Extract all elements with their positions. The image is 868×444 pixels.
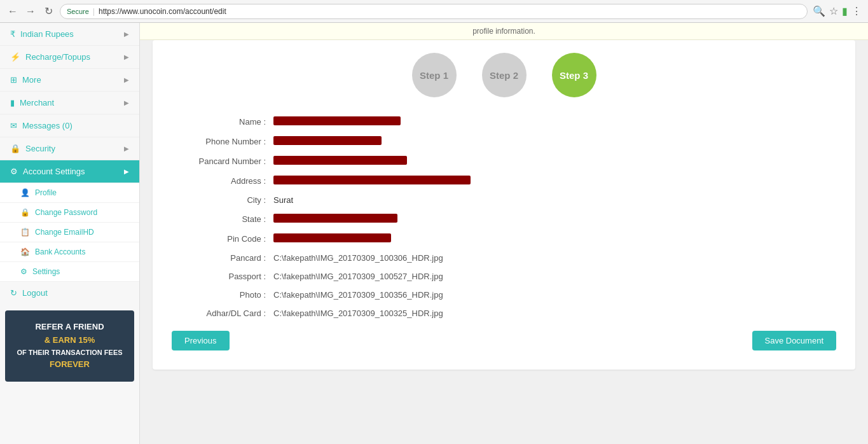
sidebar-item-more[interactable]: ⊞ More ▶ [0,69,139,92]
label-adhar: Adhar/DL Card : [172,309,273,318]
form-row-photo: Photo : C:\fakepath\IMG_20170309_100356_… [172,290,836,300]
value-pancard: C:\fakepath\IMG_20170309_100306_HDR.jpg [273,253,836,263]
value-photo: C:\fakepath\IMG_20170309_100356_HDR.jpg [273,290,836,300]
step-1-label: Step 1 [420,70,448,81]
referral-line2: & EARN 15% [15,334,124,347]
forward-button[interactable]: → [24,5,37,18]
form-row-pancard-number: Pancard Number : [172,156,836,167]
value-adhar: C:\fakepath\IMG_20170309_100325_HDR.jpg [273,309,836,318]
label-pincode: Pin Code : [172,234,273,244]
url-text: https://www.unocoin.com/account/edit [99,7,226,16]
label-passport: Passport : [172,272,273,281]
main-layout: ₹ Indian Rupees ▶ ⚡ Recharge/Topups ▶ ⊞ … [0,23,868,444]
main-content: profile information. Step 1 Step 2 Step … [140,23,868,444]
sidebar-item-recharge-topups[interactable]: ⚡ Recharge/Topups ▶ [0,46,139,69]
label-pancard: Pancard : [172,253,273,263]
value-passport: C:\fakepath\IMG_20170309_100527_HDR.jpg [273,272,836,281]
form-row-state: State : [172,214,836,225]
step-3: Step 3 [552,53,596,97]
value-pincode [273,233,836,244]
label-address: Address : [172,176,273,186]
back-button[interactable]: ← [6,5,19,18]
form-row-passport: Passport : C:\fakepath\IMG_20170309_1005… [172,272,836,281]
lock-icon: 🔒 [10,144,20,153]
account-settings-submenu: 👤 Profile 🔒 Change Password 📋 Change Ema… [0,183,139,282]
sidebar-label-messages: Messages (0) [22,121,72,130]
referral-line3: OF THEIR TRANSACTION FEES [15,347,124,359]
search-icon[interactable]: 🔍 [813,5,825,17]
logout-label: Logout [22,288,48,298]
submenu-label-profile: Profile [35,188,57,197]
referral-box: REFER A FRIEND & EARN 15% OF THEIR TRANS… [5,310,134,382]
step-1: Step 1 [412,53,457,97]
save-document-button[interactable]: Save Document [752,331,837,350]
value-state [273,214,836,225]
chevron-icon: ▶ [124,168,129,175]
redacted-phone [273,136,382,145]
settings-icon: ⚙ [10,167,18,176]
submenu-label-change-password: Change Password [35,208,97,217]
gear-icon: ⚙ [20,267,27,276]
submenu-profile[interactable]: 👤 Profile [0,183,139,203]
logout-button[interactable]: ↻ Logout [0,282,139,304]
sidebar-item-merchant[interactable]: ▮ Merchant ▶ [0,92,139,114]
sidebar-label-security: Security [25,144,55,153]
label-state: State : [172,214,273,224]
notice-bar: profile information. [140,23,868,40]
card-icon: ▮ [10,98,15,108]
sidebar-item-indian-rupees[interactable]: ₹ Indian Rupees ▶ [0,23,139,46]
submenu-change-email-hd[interactable]: 📋 Change EmailHD [0,223,139,242]
form-row-pancard: Pancard : C:\fakepath\IMG_20170309_10030… [172,253,836,263]
step-2-label: Step 2 [490,70,518,81]
sidebar-label-recharge: Recharge/Topups [25,52,90,62]
bookmark-icon[interactable]: ☆ [829,5,838,17]
step-2: Step 2 [482,53,527,97]
sidebar-label-merchant: Merchant [20,98,54,108]
chevron-icon: ▶ [124,31,129,38]
lock-icon: 🔒 [20,208,30,217]
value-city: Surat [273,195,836,205]
sidebar-label-more: More [22,75,41,85]
redacted-pincode [273,233,391,242]
chevron-icon: ▶ [124,53,129,60]
sidebar-item-account-settings[interactable]: ⚙ Account Settings ▶ [0,160,139,183]
sidebar-item-security[interactable]: 🔒 Security ▶ [0,137,139,160]
lightning-icon: ⚡ [10,52,20,62]
form-row-adhar: Adhar/DL Card : C:\fakepath\IMG_20170309… [172,309,836,318]
previous-button[interactable]: Previous [172,331,230,350]
shield-icon: ▮ [842,5,848,17]
notice-text: profile information. [472,27,535,36]
chevron-icon: ▶ [124,99,129,106]
label-photo: Photo : [172,290,273,300]
rupee-icon: ₹ [10,29,15,39]
reload-button[interactable]: ↻ [42,5,55,18]
browser-toolbar: 🔍 ☆ ▮ ⋮ [813,5,862,17]
value-phone [273,136,836,147]
grid-icon: ⊞ [10,75,17,85]
label-name: Name : [172,117,273,127]
submenu-change-password[interactable]: 🔒 Change Password [0,203,139,223]
submenu-label-settings: Settings [32,267,60,276]
step-3-label: Step 3 [560,70,588,81]
address-bar[interactable]: Secure | https://www.unocoin.com/account… [60,4,808,19]
value-address [273,176,836,186]
label-phone: Phone Number : [172,137,273,146]
redacted-pancard-number [273,156,407,165]
value-pancard-number [273,156,836,167]
menu-icon[interactable]: ⋮ [851,5,862,17]
form-row-phone: Phone Number : [172,136,836,147]
secure-badge: Secure [67,8,89,15]
submenu-settings[interactable]: ⚙ Settings [0,262,139,282]
bank-icon: 🏠 [20,247,30,256]
redacted-state [273,214,397,223]
logout-icon: ↻ [10,288,17,298]
form-row-city: City : Surat [172,195,836,205]
referral-line1: REFER A FRIEND [15,321,124,334]
sidebar-item-messages[interactable]: ✉ Messages (0) [0,114,139,137]
submenu-label-change-email: Change EmailHD [35,228,94,237]
sidebar-label-account-settings: Account Settings [23,167,85,176]
submenu-bank-accounts[interactable]: 🏠 Bank Accounts [0,242,139,262]
doc-icon: 📋 [20,228,30,237]
referral-line4: FOREVER [15,358,124,371]
form-row-address: Address : [172,176,836,186]
